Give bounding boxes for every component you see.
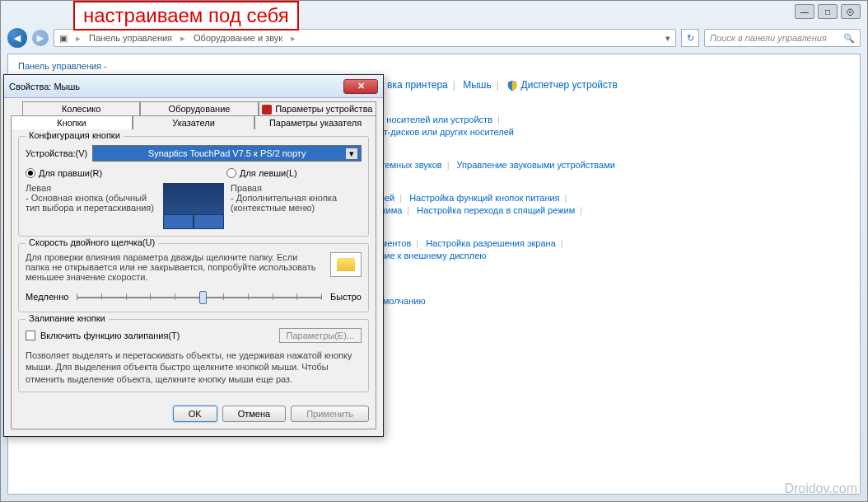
speed-slider[interactable] <box>77 289 322 305</box>
tab-hardware[interactable]: Оборудование <box>140 101 258 116</box>
tab-device-params[interactable]: Параметры устройства <box>259 101 376 116</box>
search-placeholder: Поиск в панели управления <box>710 33 827 43</box>
device-select[interactable]: Synaptics TouchPad V7.5 к PS/2 порту <box>92 145 362 162</box>
nav-forward-button[interactable]: ► <box>32 30 49 46</box>
group-title: Залипание кнопки <box>26 313 109 323</box>
dialog-titlebar[interactable]: Свойства: Мышь ✕ <box>4 75 383 98</box>
breadcrumb-sep-icon: ▸ <box>76 33 81 44</box>
group-button-config: Конфигурация кнопки Устройства:(V) Synap… <box>18 136 369 237</box>
ok-button[interactable]: OK <box>173 406 217 422</box>
link-printer[interactable]: вка принтера <box>387 79 448 91</box>
breadcrumb[interactable]: ▣ ▸ Панель управления ▸ Оборудование и з… <box>54 29 676 47</box>
apply-button[interactable]: Применить <box>291 406 369 422</box>
tab-pointers[interactable]: Указатели <box>133 115 254 129</box>
titlebar-controls: — □ ⮾ <box>795 4 861 19</box>
tab-wheel[interactable]: Колесико <box>22 101 140 116</box>
device-label: Устройства:(V) <box>26 148 87 158</box>
synaptics-icon <box>262 105 272 115</box>
clicklock-desc: Позволяет выделять и перетаскивать объек… <box>26 350 362 385</box>
clicklock-checkbox[interactable] <box>26 331 35 340</box>
slider-thumb[interactable] <box>199 291 207 304</box>
radio-left-handed[interactable]: Для левши(L) <box>226 168 362 178</box>
breadcrumb-sep-icon: ▸ <box>291 33 296 44</box>
search-input[interactable]: Поиск в панели управления 🔍 <box>704 29 861 47</box>
dialog-close-button[interactable]: ✕ <box>343 79 378 94</box>
slider-fast-label: Быстро <box>330 292 362 302</box>
radio-icon <box>26 168 35 178</box>
group-title: Конфигурация кнопки <box>26 130 124 140</box>
breadcrumb-dropdown-icon[interactable]: ▾ <box>665 33 670 44</box>
breadcrumb-icon: ▣ <box>59 33 68 44</box>
radio-icon <box>226 168 236 178</box>
left-desc: - Основная кнопка (обычный тип выбора и … <box>26 193 156 213</box>
right-title: Правая <box>231 183 362 193</box>
search-icon: 🔍 <box>843 33 855 44</box>
breadcrumb-item[interactable]: Панель управления <box>89 33 172 43</box>
content-header: Панель управления - <box>8 54 860 73</box>
maximize-button[interactable]: □ <box>818 4 838 19</box>
slider-slow-label: Медленно <box>26 292 68 302</box>
group-click-lock: Залипание кнопки Включить функцию залипа… <box>18 319 369 392</box>
minimize-button[interactable]: — <box>795 4 814 19</box>
tab-pointer-options[interactable]: Параметры указателя <box>254 115 376 129</box>
dialog-title: Свойства: Мышь <box>9 82 80 91</box>
cancel-button[interactable]: Отмена <box>222 406 286 422</box>
speed-desc: Для проверки влияния параметра дважды ще… <box>26 252 362 282</box>
touchpad-image <box>163 183 224 229</box>
watermark: Droidov.com <box>784 481 857 496</box>
tab-strip: Колесико Оборудование Параметры устройст… <box>11 101 376 129</box>
mouse-properties-dialog: Свойства: Мышь ✕ Колесико Оборудование П… <box>3 74 384 437</box>
radio-label: Для левши(L) <box>240 168 297 178</box>
nav-back-button[interactable]: ◄ <box>7 28 27 48</box>
folder-test-icon[interactable] <box>330 252 362 277</box>
radio-right-handed[interactable]: Для правши(R) <box>26 168 161 178</box>
annotation-label: настраиваем под себя <box>73 1 299 30</box>
link-audio-devices[interactable]: Управление звуковыми устройствами <box>457 160 615 170</box>
radio-label: Для правши(R) <box>39 168 102 178</box>
right-desc: - Дополнительная кнопка (контекстные мен… <box>231 193 362 213</box>
link-sleep[interactable]: Настройка перехода в спящий режим <box>417 205 575 215</box>
close-button[interactable]: ⮾ <box>841 4 861 19</box>
link-resolution[interactable]: Настройка разрешения экрана <box>426 238 556 248</box>
tab-panel-buttons: Конфигурация кнопки Устройства:(V) Synap… <box>11 129 376 429</box>
dialog-footer: OK Отмена Применить <box>18 399 369 422</box>
refresh-button[interactable]: ↻ <box>681 29 699 47</box>
group-double-click: Скорость двойного щелчка(U) Для проверки… <box>18 243 369 312</box>
breadcrumb-sep-icon: ▸ <box>180 33 185 44</box>
link-mouse[interactable]: Мышь <box>463 79 492 91</box>
link-device-manager[interactable]: Диспетчер устройств <box>521 79 618 91</box>
group-title: Скорость двойного щелчка(U) <box>26 237 158 247</box>
link-power-buttons[interactable]: Настройка функций кнопок питания <box>409 193 559 203</box>
tab-buttons[interactable]: Кнопки <box>11 115 133 129</box>
breadcrumb-item[interactable]: Оборудование и звук <box>194 33 282 43</box>
shield-icon <box>506 80 518 91</box>
content-body: вка принтера| Мышь| Диспетчер устройств … <box>354 79 843 308</box>
left-title: Левая <box>26 183 156 193</box>
clicklock-label: Включить функцию залипания(T) <box>40 331 180 340</box>
clicklock-params-button: Параметры(E)... <box>279 328 362 343</box>
